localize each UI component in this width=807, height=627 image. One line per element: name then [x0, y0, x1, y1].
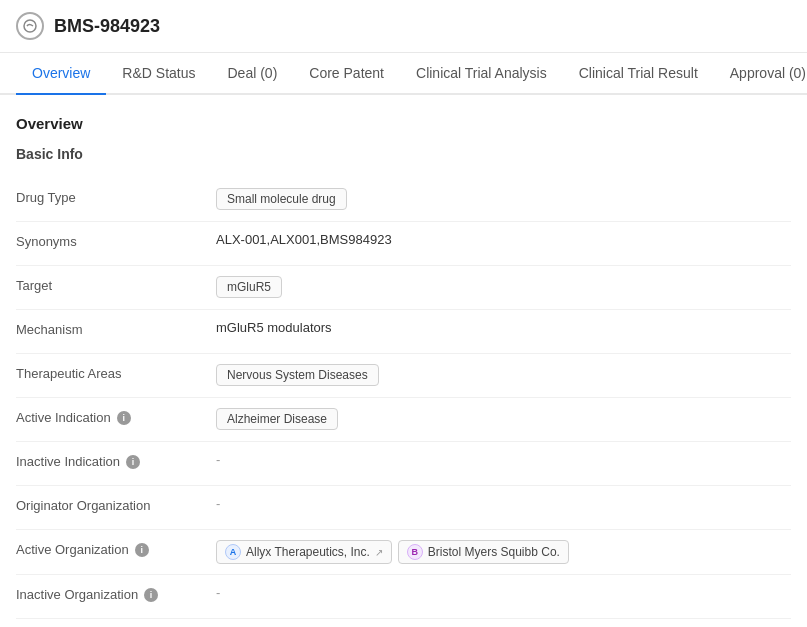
tab-rd-status[interactable]: R&D Status: [106, 53, 211, 95]
value-inactive-indication: -: [216, 452, 791, 467]
value-synonyms: ALX-001,ALX001,BMS984923: [216, 232, 791, 247]
allyx-name: Allyx Therapeutics, Inc.: [246, 545, 370, 559]
row-active-indication: Active Indication i Alzheimer Disease: [16, 398, 791, 442]
allyx-icon: A: [225, 544, 241, 560]
label-drug-type: Drug Type: [16, 188, 216, 205]
value-originator-org: -: [216, 496, 791, 511]
tab-approval[interactable]: Approval (0): [714, 53, 807, 95]
dash-inactive-org: -: [216, 585, 220, 600]
info-icon-inactive-org[interactable]: i: [144, 588, 158, 602]
value-therapeutic-areas: Nervous System Diseases: [216, 364, 791, 386]
svg-point-0: [24, 20, 36, 32]
label-inactive-org: Inactive Organization i: [16, 585, 216, 602]
row-target: Target mGluR5: [16, 266, 791, 310]
bms-name: Bristol Myers Squibb Co.: [428, 545, 560, 559]
bms-icon: B: [407, 544, 423, 560]
info-icon-active-indication[interactable]: i: [117, 411, 131, 425]
row-inactive-indication: Inactive Indication i -: [16, 442, 791, 486]
tab-bar: Overview R&D Status Deal (0) Core Patent…: [0, 53, 807, 95]
tag-small-molecule: Small molecule drug: [216, 188, 347, 210]
page-header: BMS-984923: [0, 0, 807, 53]
label-synonyms: Synonyms: [16, 232, 216, 249]
tab-overview[interactable]: Overview: [16, 53, 106, 95]
row-drug-type: Drug Type Small molecule drug: [16, 178, 791, 222]
label-therapeutic-areas: Therapeutic Areas: [16, 364, 216, 381]
tag-mglur5[interactable]: mGluR5: [216, 276, 282, 298]
value-inactive-org: -: [216, 585, 791, 600]
value-active-indication: Alzheimer Disease: [216, 408, 791, 430]
section-title: Overview: [16, 115, 791, 132]
row-mechanism: Mechanism mGluR5 modulators: [16, 310, 791, 354]
value-target: mGluR5: [216, 276, 791, 298]
row-inactive-org: Inactive Organization i -: [16, 575, 791, 619]
tab-clinical-trial-analysis[interactable]: Clinical Trial Analysis: [400, 53, 563, 95]
tag-alzheimer[interactable]: Alzheimer Disease: [216, 408, 338, 430]
row-therapeutic-areas: Therapeutic Areas Nervous System Disease…: [16, 354, 791, 398]
drug-title: BMS-984923: [54, 16, 160, 37]
value-active-org: A Allyx Therapeutics, Inc. ↗ B Bristol M…: [216, 540, 791, 564]
tab-deal[interactable]: Deal (0): [212, 53, 294, 95]
label-active-indication: Active Indication i: [16, 408, 216, 425]
row-originator-org: Originator Organization -: [16, 486, 791, 530]
value-drug-type: Small molecule drug: [216, 188, 791, 210]
value-mechanism: mGluR5 modulators: [216, 320, 791, 335]
label-inactive-indication: Inactive Indication i: [16, 452, 216, 469]
label-originator-org: Originator Organization: [16, 496, 216, 513]
tab-core-patent[interactable]: Core Patent: [293, 53, 400, 95]
overview-content: Overview Basic Info Drug Type Small mole…: [0, 95, 807, 627]
row-active-org: Active Organization i A Allyx Therapeuti…: [16, 530, 791, 575]
label-active-org: Active Organization i: [16, 540, 216, 557]
tab-clinical-trial-result[interactable]: Clinical Trial Result: [563, 53, 714, 95]
label-target: Target: [16, 276, 216, 293]
info-icon-active-org[interactable]: i: [135, 543, 149, 557]
label-mechanism: Mechanism: [16, 320, 216, 337]
allyx-arrow-icon: ↗: [375, 547, 383, 558]
drug-icon: [16, 12, 44, 40]
tag-allyx[interactable]: A Allyx Therapeutics, Inc. ↗: [216, 540, 392, 564]
row-drug-highest-phase: Drug Highest Phase i Phase 1: [16, 619, 791, 627]
tag-nervous-system[interactable]: Nervous System Diseases: [216, 364, 379, 386]
info-icon-inactive-indication[interactable]: i: [126, 455, 140, 469]
tag-bms[interactable]: B Bristol Myers Squibb Co.: [398, 540, 569, 564]
row-synonyms: Synonyms ALX-001,ALX001,BMS984923: [16, 222, 791, 266]
dash-inactive-indication: -: [216, 452, 220, 467]
dash-originator-org: -: [216, 496, 220, 511]
sub-section-title: Basic Info: [16, 146, 791, 162]
